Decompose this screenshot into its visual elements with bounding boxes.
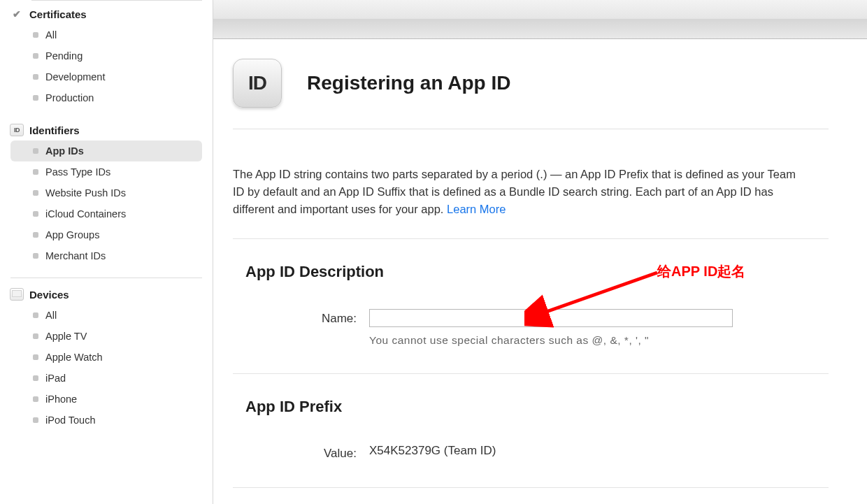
sidebar-item-certificates-pending[interactable]: Pending [10,45,202,66]
bullet-icon [33,396,38,402]
sidebar-item-merchant-ids[interactable]: Merchant IDs [10,245,202,266]
learn-more-link[interactable]: Learn More [447,203,506,215]
sidebar-item-devices-apple-watch[interactable]: Apple Watch [10,347,202,368]
sidebar-section-devices[interactable]: Devices [0,281,213,305]
form-row-name: Name: You cannot use special characters … [233,309,829,347]
bullet-icon [33,53,38,59]
sidebar-item-certificates-development[interactable]: Development [10,66,202,87]
page-title: Registering an App ID [307,72,510,94]
sidebar-item-icloud-containers[interactable]: iCloud Containers [10,203,202,224]
sidebar-list-certificates: All Pending Development Production [0,24,213,117]
sidebar-item-label: Pending [45,50,83,62]
divider [233,238,829,239]
sidebar-item-label: iPod Touch [45,415,95,426]
name-helper-text: You cannot use special characters such a… [369,334,829,347]
sidebar-item-label: App Groups [45,229,99,240]
bullet-icon [33,312,38,318]
bullet-icon [33,190,38,196]
sidebar-item-devices-iphone[interactable]: iPhone [10,389,202,410]
intro-text: The App ID string contains two parts sep… [233,168,796,215]
id-badge-text: ID [248,72,266,94]
sidebar-section-label: Devices [29,289,69,301]
main-content: ID Registering an App ID The App ID stri… [213,0,867,504]
sidebar-item-label: Production [45,92,94,103]
sidebar-item-label: Apple Watch [45,352,103,363]
section-heading-description: App ID Description [245,263,829,281]
bullet-icon [33,232,38,238]
sidebar-item-pass-type-ids[interactable]: Pass Type IDs [10,161,202,182]
bullet-icon [33,333,38,339]
sidebar-item-label: Development [45,71,105,82]
page-header: ID Registering an App ID [233,59,829,129]
toolbar-gradient [213,0,867,39]
sidebar-item-devices-all[interactable]: All [10,305,202,326]
sidebar-item-devices-apple-tv[interactable]: Apple TV [10,326,202,347]
bullet-icon [33,148,38,154]
sidebar-item-devices-ipad[interactable]: iPad [10,368,202,389]
bullet-icon [33,417,38,423]
sidebar-item-website-push-ids[interactable]: Website Push IDs [10,182,202,203]
device-icon [10,288,24,301]
bullet-icon [33,32,38,38]
team-id-value: X54K52379G (Team ID) [369,444,829,458]
sidebar-item-label: iCloud Containers [45,208,126,219]
sidebar-item-devices-ipod-touch[interactable]: iPod Touch [10,410,202,431]
bullet-icon [33,211,38,217]
sidebar-section-label: Identifiers [29,124,80,136]
sidebar-item-certificates-production[interactable]: Production [10,87,202,108]
bullet-icon [33,375,38,381]
sidebar-item-label: All [45,310,57,321]
intro-paragraph: The App ID string contains two parts sep… [233,166,806,217]
sidebar-item-label: All [45,29,57,41]
id-badge-icon: ID [233,59,282,108]
sidebar-list-devices: All Apple TV Apple Watch iPad iPhone iPo… [0,305,213,439]
sidebar-item-label: Pass Type IDs [45,166,110,178]
sidebar-section-identifiers[interactable]: Identifiers [0,117,213,141]
sidebar-item-label: iPhone [45,394,77,405]
form-row-value: Value: X54K52379G (Team ID) [233,444,829,461]
sidebar: Certificates All Pending Development Pro… [0,0,213,504]
sidebar-item-label: Website Push IDs [45,187,126,199]
bullet-icon [33,169,38,175]
sidebar-section-label: Certificates [29,8,87,20]
sidebar-section-certificates[interactable]: Certificates [0,1,213,24]
value-label: Value: [233,444,369,461]
divider [233,129,829,129]
divider [233,373,829,374]
sidebar-item-label: iPad [45,373,66,384]
sidebar-item-label: Apple TV [45,331,87,342]
sidebar-list-identifiers: App IDs Pass Type IDs Website Push IDs i… [0,141,213,275]
name-input[interactable] [369,309,733,327]
divider [10,278,202,278]
divider [233,487,829,488]
sidebar-item-app-ids[interactable]: App IDs [10,141,202,161]
sidebar-item-label: App IDs [45,145,84,157]
sidebar-item-app-groups[interactable]: App Groups [10,224,202,245]
bullet-icon [33,253,38,259]
bullet-icon [33,354,38,360]
name-label: Name: [233,309,369,326]
bullet-icon [33,95,38,101]
sidebar-item-label: Merchant IDs [45,250,106,261]
section-heading-prefix: App ID Prefix [245,398,829,416]
id-icon [10,124,24,136]
content-area: ID Registering an App ID The App ID stri… [213,39,867,488]
certificate-icon [10,8,24,20]
bullet-icon [33,74,38,80]
sidebar-item-certificates-all[interactable]: All [10,24,202,45]
